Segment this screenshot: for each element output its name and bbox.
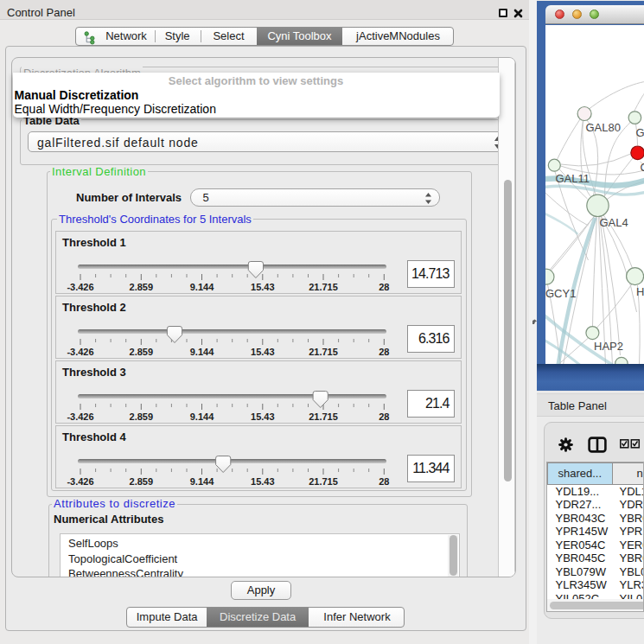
svg-text:H: H <box>636 284 644 297</box>
svg-text:GAL4: GAL4 <box>599 215 628 228</box>
svg-text:C: C <box>640 161 644 174</box>
svg-text:HAP2: HAP2 <box>594 339 623 352</box>
svg-text:GAL: GAL <box>635 125 644 138</box>
svg-text:GAL80: GAL80 <box>585 120 620 133</box>
svg-text:GCY1: GCY1 <box>545 286 576 299</box>
svg-text:GAL11: GAL11 <box>555 171 590 184</box>
